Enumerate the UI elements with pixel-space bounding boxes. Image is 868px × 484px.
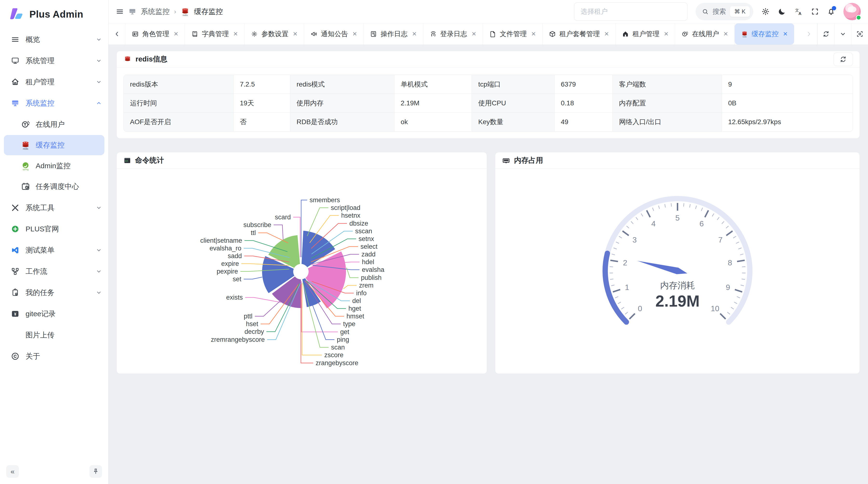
sidebar-item-label: 我的任务: [26, 288, 96, 298]
tab-操作日志[interactable]: 操作日志✕: [364, 23, 423, 44]
tab-label: 通知公告: [321, 29, 348, 39]
tab-close-icon[interactable]: ✕: [723, 31, 728, 37]
app-logo-row[interactable]: Plus Admin: [0, 0, 108, 25]
gitee-icon: ¥: [10, 310, 20, 318]
tab-close-icon[interactable]: ✕: [531, 31, 536, 37]
tab-close-icon[interactable]: ✕: [293, 31, 298, 37]
user-avatar[interactable]: [843, 3, 861, 20]
workflow-icon: [10, 267, 20, 276]
tab-租户管理[interactable]: 租户管理✕: [616, 23, 675, 44]
home-icon: [10, 77, 20, 86]
info-value-cell: 0B: [722, 94, 852, 112]
fullscreen-icon[interactable]: [811, 8, 819, 15]
pie-label: scan: [331, 344, 345, 351]
pin-icon[interactable]: [89, 465, 102, 478]
pie-label: zadd: [362, 251, 376, 258]
sidebar-subitem-在线用户[interactable]: 在线用户: [4, 114, 104, 134]
sync-icon[interactable]: [834, 53, 853, 66]
tab-label: 字典管理: [202, 29, 229, 39]
gauge-minor-tick: [731, 307, 734, 309]
gauge-minor-tick: [702, 208, 703, 211]
tab-登录日志[interactable]: 登录日志✕: [424, 23, 483, 44]
sidebar-item-图片上传[interactable]: 图片上传: [0, 324, 108, 346]
info-value-cell: 49: [555, 112, 613, 131]
sidebar-subitem-Admin监控[interactable]: springAdmin监控: [4, 156, 104, 176]
bell-icon[interactable]: [827, 7, 835, 16]
sidebar-item-系统监控[interactable]: 系统监控: [0, 93, 108, 114]
sidebar-item-概览[interactable]: 概览: [0, 29, 108, 50]
breadcrumb-parent[interactable]: 系统监控: [141, 7, 170, 17]
pie-center-hole: [293, 264, 309, 279]
gear-icon[interactable]: [762, 7, 770, 16]
redis-icon: redis: [741, 30, 748, 38]
refresh-icon[interactable]: [817, 23, 834, 44]
gauge-major-tick: [735, 289, 742, 292]
tab-close-icon[interactable]: ✕: [783, 31, 788, 37]
tab-租户套餐管理[interactable]: 租户套餐管理✕: [542, 23, 616, 44]
sidebar-item-租户管理[interactable]: 租户管理: [0, 71, 108, 93]
moon-icon[interactable]: [778, 7, 786, 16]
sidebar-item-PLUS官网[interactable]: PLUS官网: [0, 218, 108, 239]
info-value-cell: 否: [234, 112, 290, 131]
memory-gauge-chart: 012345678910内存消耗2.19M: [495, 169, 860, 374]
gauge-major-tick: [647, 211, 650, 218]
gauge-minor-tick: [742, 279, 745, 280]
chevron-up-icon: [96, 100, 102, 106]
pie-label: script|load: [331, 204, 361, 212]
tabs-strip: 角色管理✕字典管理✕参数设置✕通知公告✕操作日志✕登录日志✕文件管理✕租户套餐管…: [125, 23, 801, 44]
tab-close-icon[interactable]: ✕: [352, 31, 357, 37]
pie-label: expire: [221, 260, 239, 267]
chevron-down-icon: [96, 36, 102, 43]
pie-label: scard: [275, 214, 291, 221]
sidebar-item-系统工具[interactable]: 系统工具: [0, 197, 108, 218]
tab-参数设置[interactable]: 参数设置✕: [245, 23, 304, 44]
search-icon: [702, 8, 709, 15]
tab-close-icon[interactable]: ✕: [174, 31, 179, 37]
tab-close-icon[interactable]: ✕: [472, 31, 476, 37]
pie-label: client|setname: [200, 237, 242, 244]
tab-close-icon[interactable]: ✕: [604, 31, 609, 37]
sidebar-item-我的任务[interactable]: 我的任务: [0, 282, 108, 303]
sidebar-item-系统管理[interactable]: 系统管理: [0, 50, 108, 71]
menu-lines-icon[interactable]: [116, 7, 124, 16]
gauge-minor-tick: [695, 205, 696, 209]
gauge-minor-tick: [665, 204, 665, 207]
info-label-cell: 客户端数: [613, 75, 722, 94]
info-value-cell: ok: [395, 112, 472, 131]
tab-通知公告[interactable]: 通知公告✕: [304, 23, 364, 44]
info-value-cell: 单机模式: [395, 75, 472, 94]
chevron-left-icon[interactable]: [108, 23, 125, 44]
sidebar-item-测试菜单[interactable]: 测试菜单: [0, 239, 108, 261]
chevron-down-icon[interactable]: [834, 23, 851, 44]
command-stats-panel: C:\ 命令统计 smembersscript|loadhsetnxdbsize…: [117, 152, 487, 374]
sidebar-collapse-button[interactable]: «: [6, 465, 19, 478]
maximize-icon[interactable]: [851, 23, 868, 44]
info-value-cell: 12.65kps/2.97kps: [722, 112, 852, 131]
tab-close-icon[interactable]: ✕: [664, 31, 669, 37]
tab-close-icon[interactable]: ✕: [412, 31, 416, 37]
chevron-right-icon[interactable]: [801, 23, 817, 44]
tab-字典管理[interactable]: 字典管理✕: [185, 23, 245, 44]
sidebar-subitem-任务调度中心[interactable]: 任务调度中心: [4, 176, 104, 197]
tab-在线用户[interactable]: 在线用户✕: [675, 23, 735, 44]
pie-label: zremrangebyscore: [211, 336, 265, 343]
pie-label: select: [361, 243, 378, 250]
sidebar-item-label: 关于: [26, 351, 102, 361]
info-label-cell: 使用内存: [290, 94, 395, 112]
pie-label: dbsize: [349, 220, 368, 227]
language-icon[interactable]: 文A: [794, 7, 803, 16]
sidebar-item-gitee记录[interactable]: ¥gitee记录: [0, 303, 108, 324]
tab-close-icon[interactable]: ✕: [233, 31, 238, 37]
sidebar-subitem-label: 在线用户: [36, 120, 65, 129]
chevron-down-icon: [96, 79, 102, 85]
global-search-button[interactable]: 搜索 ⌘ K: [695, 3, 753, 20]
sidebar-subitem-缓存监控[interactable]: redis缓存监控: [4, 135, 104, 155]
sidebar-item-关于[interactable]: 关于: [0, 346, 108, 367]
pie-label: hset: [246, 320, 258, 328]
tab-缓存监控[interactable]: redis缓存监控✕: [735, 23, 794, 44]
sidebar-item-工作流[interactable]: 工作流: [0, 261, 108, 282]
tab-文件管理[interactable]: 文件管理✕: [483, 23, 542, 44]
chevron-down-icon: [96, 247, 102, 253]
tenant-select-input[interactable]: [574, 2, 687, 21]
tab-角色管理[interactable]: 角色管理✕: [125, 23, 185, 44]
